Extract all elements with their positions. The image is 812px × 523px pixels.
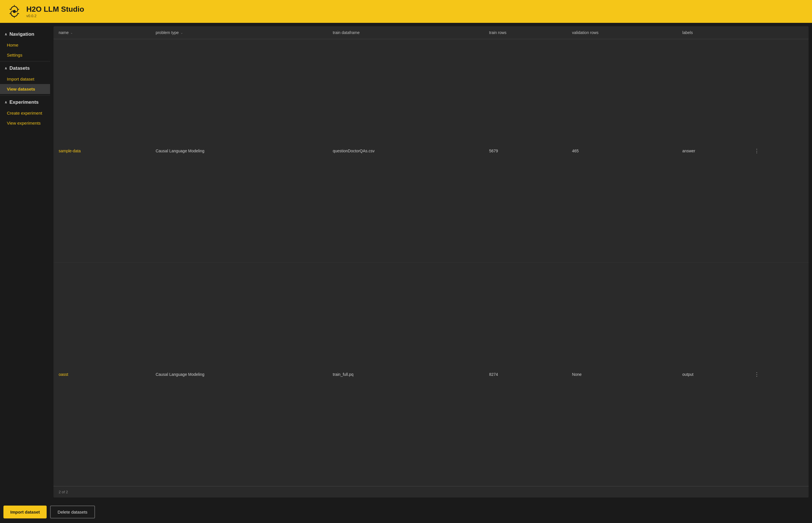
sidebar-item-view-datasets[interactable]: View datasets	[0, 84, 50, 94]
row-2-validation-rows: None	[567, 263, 677, 486]
datasets-table: name ⌄ problem type ⌄ train dataframe	[53, 26, 809, 486]
sidebar-item-home[interactable]: Home	[0, 40, 50, 50]
row-2-name[interactable]: oasst	[53, 263, 151, 486]
row-1-labels: answer	[677, 39, 747, 263]
sidebar-item-import-dataset[interactable]: Import dataset	[0, 74, 50, 84]
sidebar-item-settings[interactable]: Settings	[0, 50, 50, 60]
row-2-labels: output	[677, 263, 747, 486]
row-1-train-rows: 5679	[484, 39, 567, 263]
row-2-more[interactable]: ⋮	[747, 263, 809, 486]
sidebar-section-navigation[interactable]: ∧ Navigation	[0, 29, 50, 40]
app-title: H2O LLM Studio	[26, 5, 84, 14]
sidebar-section-experiments-label: Experiments	[10, 100, 39, 105]
chevron-down-icon-2: ∧	[4, 66, 7, 70]
table-row: sample-data Causal Language Modeling que…	[53, 39, 809, 263]
sidebar: ∧ Navigation Home Settings ∧ Datasets Im…	[0, 23, 50, 501]
delete-datasets-button[interactable]: Delete datasets	[50, 506, 95, 519]
row-2-train-dataframe: train_full.pq	[328, 263, 484, 486]
table-header-row: name ⌄ problem type ⌄ train dataframe	[53, 26, 809, 39]
table-row: oasst Causal Language Modeling train_ful…	[53, 263, 809, 486]
col-header-problem-type[interactable]: problem type ⌄	[151, 26, 328, 39]
app-header: H2O LLM Studio v0.0.2	[0, 0, 812, 23]
svg-point-0	[13, 10, 15, 13]
sidebar-divider-1	[0, 61, 50, 61]
main-content: name ⌄ problem type ⌄ train dataframe	[50, 23, 812, 501]
sidebar-section-experiments[interactable]: ∧ Experiments	[0, 96, 50, 108]
import-dataset-button[interactable]: Import dataset	[3, 506, 47, 519]
table-footer: 2 of 2	[53, 486, 809, 498]
row-1-train-dataframe: questionDoctorQAs.csv	[328, 39, 484, 263]
row-2-problem-type: Causal Language Modeling	[151, 263, 328, 486]
row-count: 2 of 2	[59, 490, 68, 494]
sort-icon-name: ⌄	[70, 31, 73, 34]
col-header-train-rows: train rows	[484, 26, 567, 39]
app-logo	[7, 4, 22, 19]
row-1-validation-rows: 465	[567, 39, 677, 263]
action-bar: Import dataset Delete datasets	[0, 501, 812, 523]
col-header-actions	[747, 26, 809, 39]
row-1-more[interactable]: ⋮	[747, 39, 809, 263]
chevron-down-icon: ∧	[4, 32, 7, 36]
sidebar-section-datasets-label: Datasets	[10, 66, 30, 71]
sidebar-section-datasets[interactable]: ∧ Datasets	[0, 62, 50, 74]
col-header-validation-rows: validation rows	[567, 26, 677, 39]
sidebar-item-view-experiments[interactable]: View experiments	[0, 118, 50, 128]
sort-icon-problem-type: ⌄	[180, 31, 183, 34]
row-2-train-rows: 8274	[484, 263, 567, 486]
datasets-table-container: name ⌄ problem type ⌄ train dataframe	[53, 26, 809, 498]
row-1-name[interactable]: sample-data	[53, 39, 151, 263]
sidebar-item-create-experiment[interactable]: Create experiment	[0, 108, 50, 118]
row-1-problem-type: Causal Language Modeling	[151, 39, 328, 263]
header-title-group: H2O LLM Studio v0.0.2	[26, 5, 84, 18]
col-header-name[interactable]: name ⌄	[53, 26, 151, 39]
col-header-train-dataframe: train dataframe	[328, 26, 484, 39]
sidebar-section-navigation-label: Navigation	[10, 32, 34, 37]
app-version: v0.0.2	[26, 14, 84, 18]
row-1-more-button[interactable]: ⋮	[752, 147, 762, 155]
sidebar-divider-2	[0, 95, 50, 95]
chevron-down-icon-3: ∧	[4, 100, 7, 104]
row-2-more-button[interactable]: ⋮	[752, 371, 762, 378]
col-header-labels: labels	[677, 26, 747, 39]
